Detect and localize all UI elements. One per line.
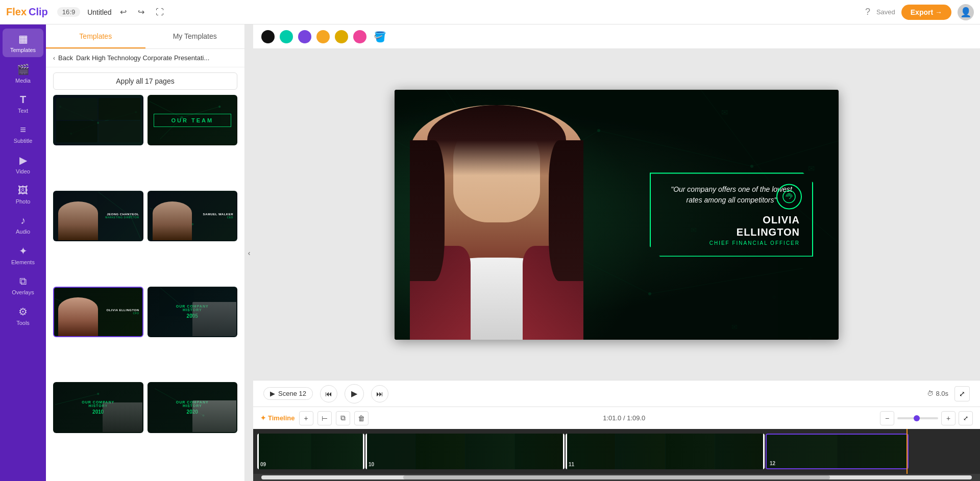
sidebar-item-video[interactable]: ▶ Video xyxy=(3,150,43,179)
template-thumb-5[interactable]: OLIVIA ELLINGTON CFO xyxy=(53,287,143,337)
template-thumb-3[interactable]: JEONG CHANYEOL MARKETING DIRECTOR xyxy=(53,191,143,241)
fullscreen-button[interactable]: ⛶ xyxy=(153,6,167,19)
sidebar-item-tools[interactable]: ⚙ Tools xyxy=(3,301,43,330)
scrollbar-thumb[interactable] xyxy=(403,475,829,479)
canvas-person xyxy=(410,105,583,340)
color-fill-icon[interactable]: 🪣 xyxy=(374,31,386,43)
zoom-slider-thumb xyxy=(914,415,920,421)
expand-timeline-button[interactable]: ⤢ xyxy=(959,411,973,425)
topbar: FlexClip 16:9 Untitled ↩ ↪ ⛶ ? Saved Exp… xyxy=(0,0,980,24)
timeline-label: ✦ Timeline xyxy=(260,414,295,422)
svg-text:✉: ✉ xyxy=(721,108,728,117)
document-title[interactable]: Untitled xyxy=(87,8,111,16)
sidebar-item-overlays[interactable]: ⧉ Overlays xyxy=(3,271,43,299)
time-total: 1:09.0 xyxy=(627,414,645,422)
color-swatch-orange[interactable] xyxy=(316,30,330,43)
app-logo[interactable]: FlexClip xyxy=(6,6,48,18)
canvas-area: 🪣 xyxy=(253,24,980,481)
help-icon[interactable]: ? xyxy=(865,7,870,17)
sidebar-item-label: Tools xyxy=(16,320,30,326)
color-swatch-yellow[interactable] xyxy=(335,30,348,43)
svg-text:✉: ✉ xyxy=(808,164,815,173)
zoom-in-button[interactable]: + xyxy=(941,411,955,425)
fingerprint-icon xyxy=(776,184,802,209)
collapse-panel-button[interactable]: ‹ xyxy=(245,24,253,481)
timeline-duplicate-button[interactable]: ⧉ xyxy=(336,411,350,425)
logo-clip: Clip xyxy=(29,6,48,18)
subtitle-icon: ≡ xyxy=(20,124,26,136)
tab-my-templates[interactable]: My Templates xyxy=(145,24,245,48)
sidebar-item-label: Video xyxy=(16,168,30,174)
sidebar-item-elements[interactable]: ✦ Elements xyxy=(3,241,43,269)
segment-label-12: 12 xyxy=(770,461,775,466)
template-thumb-1[interactable] xyxy=(53,95,143,145)
cut-marker-11-left xyxy=(566,434,567,469)
svg-point-38 xyxy=(750,165,753,168)
photo-icon: 🖼 xyxy=(18,185,28,196)
sidebar-item-label: Elements xyxy=(11,259,35,265)
play-button[interactable]: ▶ xyxy=(345,384,364,403)
timeline-split-button[interactable]: ⊢ xyxy=(317,411,332,425)
scene-badge[interactable]: ▶ Scene 12 xyxy=(263,387,313,400)
template-name: Dark High Technology Corporate Presentat… xyxy=(76,54,209,62)
sidebar-item-media[interactable]: 🎬 Media xyxy=(3,59,43,88)
sidebar-item-text[interactable]: T Text xyxy=(3,90,43,118)
tab-templates[interactable]: Templates xyxy=(46,24,145,48)
next-scene-button[interactable]: ⏭ xyxy=(371,385,388,402)
playhead[interactable] xyxy=(906,429,908,474)
video-icon: ▶ xyxy=(19,154,27,166)
bottom-section: ▶ Scene 12 ⏮ ▶ ⏭ ⏱ 8.0s ⤢ ✦ Timeline + xyxy=(253,380,980,481)
canvas-frame: ✉ ✉ ✉ ✉ ✉ ○ ○ xyxy=(395,90,839,340)
zoom-slider[interactable] xyxy=(897,417,938,419)
duration-label: 8.0s xyxy=(936,390,948,397)
track-segment-12[interactable]: 12 xyxy=(766,434,909,469)
track-segment-9[interactable]: 09 xyxy=(257,434,364,469)
track-segment-11[interactable]: 11 xyxy=(566,434,765,469)
media-icon: 🎬 xyxy=(17,63,30,75)
timeline-add-button[interactable]: + xyxy=(299,411,313,425)
sidebar-item-photo[interactable]: 🖼 Photo xyxy=(3,181,43,209)
timeline-bar: ✦ Timeline + ⊢ ⧉ 🗑 1:01.0 / 1:09.0 − xyxy=(253,407,980,429)
sidebar-item-label: Audio xyxy=(16,229,30,235)
clock-icon: ⏱ xyxy=(927,390,934,397)
timeline-time: 1:01.0 / 1:09.0 xyxy=(603,414,645,422)
aspect-ratio-badge[interactable]: 16:9 xyxy=(57,7,80,17)
sidebar-item-subtitle[interactable]: ≡ Subtitle xyxy=(3,120,43,148)
track-inner: 09 10 xyxy=(257,434,909,469)
redo-button[interactable]: ↪ xyxy=(135,5,148,19)
svg-text:✉: ✉ xyxy=(731,323,738,331)
time-current: 1:01.0 xyxy=(603,414,621,422)
back-label: Back xyxy=(58,54,73,62)
sidebar-item-templates[interactable]: ▦ Templates xyxy=(3,29,43,57)
avatar[interactable]: 👤 xyxy=(958,4,974,20)
color-swatch-purple[interactable] xyxy=(298,30,311,43)
apply-all-button[interactable]: Apply all 17 pages xyxy=(53,72,237,90)
template-thumb-4[interactable]: SAMUEL WALKER CEO xyxy=(148,191,238,241)
expand-button[interactable]: ⤢ xyxy=(954,386,970,401)
thumb-text-block: JEONG CHANYEOL MARKETING DIRECTOR xyxy=(105,213,139,219)
timeline-controls-right: − + ⤢ xyxy=(880,411,973,425)
color-swatch-black[interactable] xyxy=(261,30,275,43)
elements-icon: ✦ xyxy=(19,245,28,257)
segment-label-11: 11 xyxy=(569,462,574,467)
template-thumb-2[interactable]: OUR TEAM xyxy=(148,95,238,145)
zoom-out-button[interactable]: − xyxy=(880,411,894,425)
sidebar-item-audio[interactable]: ♪ Audio xyxy=(3,211,43,239)
template-thumb-6[interactable]: OUR COMPANY HISTORY 2005 xyxy=(148,287,238,337)
template-thumb-8[interactable]: OUR COMPANY HISTORY 2020 xyxy=(148,382,238,433)
color-swatch-pink[interactable] xyxy=(353,30,366,43)
panel-back-button[interactable]: ‹ Back Dark High Technology Corporate Pr… xyxy=(46,49,244,67)
scene-label: Scene 12 xyxy=(278,390,306,397)
template-thumb-7[interactable]: OUR COMPANY HISTORY 2010 xyxy=(53,382,143,433)
timeline-delete-button[interactable]: 🗑 xyxy=(354,411,369,425)
track-segment-10[interactable]: 10 xyxy=(365,434,565,469)
play-icon-small: ▶ xyxy=(270,390,275,397)
undo-button[interactable]: ↩ xyxy=(117,5,130,19)
export-button[interactable]: Export → xyxy=(901,5,951,20)
sparkle-icon: ✦ xyxy=(260,414,266,422)
scrollbar-track[interactable] xyxy=(261,475,972,479)
color-swatch-teal[interactable] xyxy=(280,30,293,43)
svg-line-12 xyxy=(98,192,131,216)
prev-scene-button[interactable]: ⏮ xyxy=(320,385,337,402)
thumb-text-block-3: OLIVIA ELLINGTON CFO xyxy=(106,309,139,315)
